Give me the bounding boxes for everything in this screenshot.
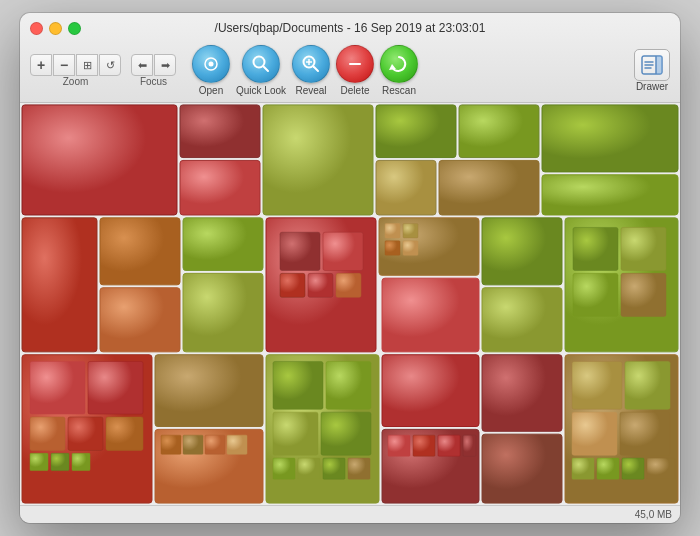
- svg-rect-80: [482, 355, 562, 432]
- zoom-btn-row: + − ⊞ ↺: [30, 54, 121, 76]
- delete-label: Delete: [341, 85, 370, 96]
- svg-rect-34: [280, 273, 305, 297]
- svg-rect-77: [413, 435, 435, 456]
- svg-rect-56: [30, 453, 48, 470]
- focus-out-button[interactable]: ➡: [154, 54, 176, 76]
- svg-rect-68: [273, 412, 318, 455]
- svg-rect-72: [323, 458, 345, 479]
- svg-rect-73: [348, 458, 370, 479]
- svg-rect-78: [438, 435, 460, 456]
- content-area: [20, 103, 680, 505]
- focus-section: ⬅ ➡ Focus: [131, 54, 176, 87]
- svg-rect-54: [68, 417, 103, 451]
- svg-rect-40: [385, 241, 400, 255]
- svg-rect-39: [403, 224, 418, 238]
- zoom-reset-button[interactable]: ↺: [99, 54, 121, 76]
- svg-rect-61: [161, 435, 181, 454]
- svg-rect-88: [597, 458, 619, 479]
- svg-rect-25: [542, 175, 678, 215]
- svg-rect-90: [647, 458, 675, 479]
- svg-rect-33: [323, 232, 363, 270]
- window-title: /Users/qbap/Documents - 16 Sep 2019 at 2…: [215, 21, 486, 35]
- svg-rect-81: [482, 434, 562, 503]
- svg-rect-11: [656, 56, 662, 74]
- svg-rect-70: [273, 458, 295, 479]
- main-window: /Users/qbap/Documents - 16 Sep 2019 at 2…: [20, 13, 680, 523]
- svg-rect-35: [308, 273, 333, 297]
- svg-rect-48: [573, 273, 618, 316]
- zoom-in-button[interactable]: +: [30, 54, 52, 76]
- svg-rect-8: [349, 63, 361, 65]
- svg-rect-62: [183, 435, 203, 454]
- svg-rect-24: [542, 105, 678, 172]
- open-button[interactable]: Open: [192, 45, 230, 96]
- reveal-button[interactable]: Reveal: [292, 45, 330, 96]
- svg-rect-41: [403, 241, 418, 255]
- status-bar: 45,0 MB: [20, 505, 680, 523]
- svg-rect-69: [321, 412, 371, 455]
- drawer-label: Drawer: [636, 81, 668, 92]
- traffic-lights: [30, 22, 81, 35]
- svg-rect-46: [573, 227, 618, 270]
- zoom-section: + − ⊞ ↺ Zoom: [30, 54, 121, 87]
- quicklook-button[interactable]: Quick Look: [236, 45, 286, 96]
- focus-in-button[interactable]: ⬅: [131, 54, 153, 76]
- toolbar: + − ⊞ ↺ Zoom ⬅ ➡ Focus: [30, 41, 670, 102]
- svg-rect-59: [155, 355, 263, 427]
- drawer-section: Drawer: [634, 49, 670, 92]
- svg-rect-83: [572, 361, 622, 409]
- zoom-out-button[interactable]: −: [53, 54, 75, 76]
- reveal-label: Reveal: [295, 85, 326, 96]
- reveal-icon: [292, 45, 330, 83]
- open-icon: [192, 45, 230, 83]
- svg-marker-9: [389, 64, 396, 70]
- svg-rect-71: [298, 458, 320, 479]
- svg-rect-47: [621, 227, 666, 270]
- titlebar: /Users/qbap/Documents - 16 Sep 2019 at 2…: [20, 13, 680, 103]
- svg-rect-26: [22, 218, 97, 352]
- svg-rect-57: [51, 453, 69, 470]
- svg-rect-42: [382, 278, 479, 352]
- svg-rect-23: [439, 160, 539, 215]
- svg-line-5: [314, 67, 319, 72]
- svg-rect-87: [572, 458, 594, 479]
- focus-btn-row: ⬅ ➡: [131, 54, 176, 76]
- delete-icon: [336, 45, 374, 83]
- svg-line-3: [264, 67, 269, 72]
- svg-rect-53: [30, 417, 65, 451]
- svg-rect-18: [180, 160, 260, 215]
- treemap-visualization[interactable]: [20, 103, 680, 505]
- status-size: 45,0 MB: [635, 509, 672, 520]
- rescan-button[interactable]: Rescan: [380, 45, 418, 96]
- svg-rect-55: [106, 417, 143, 451]
- open-label: Open: [199, 85, 223, 96]
- maximize-button[interactable]: [68, 22, 81, 35]
- close-button[interactable]: [30, 22, 43, 35]
- delete-button[interactable]: Delete: [336, 45, 374, 96]
- svg-rect-51: [30, 361, 85, 414]
- svg-rect-79: [463, 435, 476, 456]
- focus-label: Focus: [140, 76, 167, 87]
- svg-rect-89: [622, 458, 644, 479]
- quicklook-label: Quick Look: [236, 85, 286, 96]
- svg-rect-66: [273, 361, 323, 409]
- drawer-button[interactable]: [634, 49, 670, 81]
- svg-rect-21: [459, 105, 539, 158]
- zoom-fit-button[interactable]: ⊞: [76, 54, 98, 76]
- minimize-button[interactable]: [49, 22, 62, 35]
- svg-rect-16: [22, 105, 177, 215]
- svg-rect-30: [183, 273, 263, 351]
- svg-rect-43: [482, 218, 562, 285]
- svg-rect-36: [336, 273, 361, 297]
- svg-rect-63: [205, 435, 225, 454]
- svg-point-1: [209, 62, 214, 67]
- zoom-label: Zoom: [63, 76, 89, 87]
- svg-rect-84: [625, 361, 670, 409]
- svg-rect-64: [227, 435, 247, 454]
- svg-rect-19: [263, 105, 373, 215]
- svg-rect-17: [180, 105, 260, 158]
- svg-rect-27: [100, 218, 180, 285]
- rescan-label: Rescan: [382, 85, 416, 96]
- svg-rect-58: [72, 453, 90, 470]
- svg-rect-49: [621, 273, 666, 316]
